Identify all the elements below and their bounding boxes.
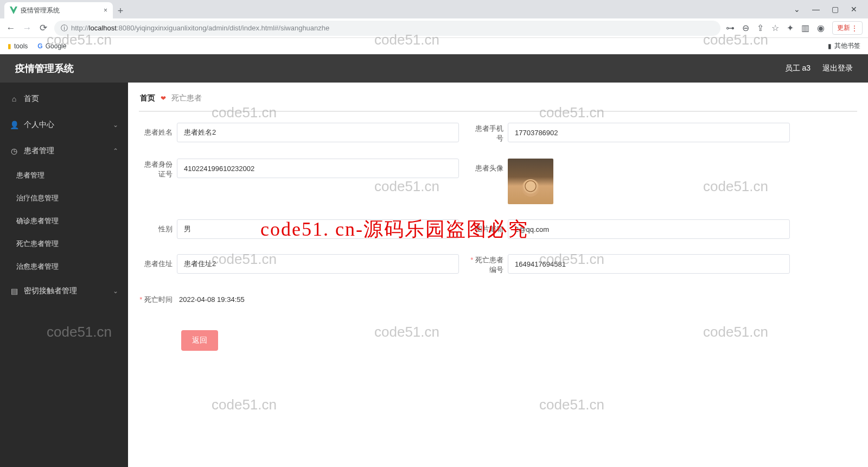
breadcrumb: 首页 ❤ 死亡患者 [139, 91, 857, 112]
avatar-image [508, 159, 553, 204]
zoom-icon[interactable]: ⊖ [742, 23, 749, 33]
label-ext: 图片邮箱 [470, 219, 508, 239]
window-minimize-icon[interactable]: — [812, 5, 820, 14]
sidebar-item-confirmed[interactable]: 确诊患者管理 [0, 210, 128, 232]
tab-title: 疫情管理系统 [21, 6, 60, 15]
url-text: http://localhost:8080/yiqingxinxiguanlix… [71, 24, 329, 32]
window-caret-icon[interactable]: ⌄ [794, 5, 800, 14]
key-icon[interactable]: ⊶ [726, 23, 735, 33]
forward-button[interactable]: → [22, 23, 33, 34]
input-dead-id[interactable] [508, 254, 790, 274]
star-icon[interactable]: ☆ [771, 23, 779, 33]
clock-icon: ◷ [10, 147, 18, 155]
label-gender: 性别 [139, 219, 177, 239]
chevron-down-icon: ⌄ [113, 287, 118, 295]
input-phone[interactable] [508, 123, 790, 142]
home-icon: ⌂ [10, 94, 18, 103]
share-icon[interactable]: ⇪ [757, 23, 764, 33]
label-phone: 患者手机号 [470, 123, 508, 143]
back-button[interactable]: 返回 [181, 330, 218, 351]
sidebar-item-patient[interactable]: 患者管理 [0, 164, 128, 187]
breadcrumb-home[interactable]: 首页 [140, 93, 155, 103]
heart-icon: ❤ [161, 94, 166, 102]
info-icon: ⓘ [61, 23, 68, 33]
logout-link[interactable]: 退出登录 [822, 64, 853, 73]
bookmark-google[interactable]: GGoogle [37, 42, 66, 50]
back-button[interactable]: ← [5, 23, 16, 34]
sidebar-item-personal[interactable]: 👤 个人中心 ⌄ [0, 112, 128, 138]
new-tab-button[interactable]: + [113, 3, 128, 18]
update-button[interactable]: 更新 ⋮ [832, 21, 863, 35]
bookmark-tools[interactable]: ▮tools [8, 42, 28, 50]
label-id: 患者身份证号 [139, 159, 177, 179]
user-icon: 👤 [10, 121, 18, 129]
window-close-icon[interactable]: ✕ [851, 5, 857, 14]
breadcrumb-current: 死亡患者 [171, 93, 202, 103]
sidebar-label: 密切接触者管理 [24, 286, 77, 296]
label-dead-id: 死亡患者编号 [470, 254, 508, 275]
reload-button[interactable]: ⟳ [38, 22, 49, 34]
label-avatar: 患者头像 [470, 159, 508, 178]
label-dead-time: 死亡时间 [139, 290, 177, 310]
app-title: 疫情管理系统 [15, 62, 74, 75]
close-tab-icon[interactable]: × [104, 7, 107, 14]
extensions-icon[interactable]: ✦ [787, 23, 794, 33]
window-maximize-icon[interactable]: ▢ [832, 5, 839, 14]
sidebar-item-dead[interactable]: 死亡患者管理 [0, 232, 128, 255]
sidebar-label: 首页 [24, 94, 39, 104]
sidebar-label: 患者管理 [24, 146, 54, 156]
profile-icon[interactable]: ◉ [817, 23, 825, 33]
header-user[interactable]: 员工 a3 [785, 64, 810, 73]
input-gender[interactable] [177, 219, 459, 239]
bookmark-other[interactable]: ▮其他书签 [828, 41, 860, 51]
sidebar-label: 个人中心 [24, 120, 54, 130]
address-bar[interactable]: ⓘ http://localhost:8080/yiqingxinxiguanl… [54, 21, 720, 36]
sidebar-item-contact[interactable]: ▤ 密切接触者管理 ⌄ [0, 278, 128, 304]
label-address: 患者住址 [139, 254, 177, 274]
sidebar-item-cured[interactable]: 治愈患者管理 [0, 255, 128, 278]
input-name[interactable] [177, 123, 459, 142]
text-dead-time: 2022-04-08 19:34:55 [177, 290, 459, 310]
sidebar-item-patient-mgmt[interactable]: ◷ 患者管理 ⌃ [0, 138, 128, 164]
app-header: 疫情管理系统 员工 a3 退出登录 [0, 54, 868, 83]
sidebar-item-home[interactable]: ⌂ 首页 [0, 86, 128, 112]
input-ext[interactable] [508, 219, 790, 239]
sidebar-item-treatment[interactable]: 治疗信息管理 [0, 187, 128, 210]
chevron-up-icon: ⌃ [113, 147, 118, 155]
vue-icon [10, 7, 17, 14]
chevron-down-icon: ⌄ [113, 121, 118, 129]
label-name: 患者姓名 [139, 123, 177, 142]
side-panel-icon[interactable]: ▥ [801, 23, 809, 33]
sidebar: ⌂ 首页 👤 个人中心 ⌄ ◷ 患者管理 ⌃ 患者管理 治疗信息管理 确诊患者管… [0, 83, 128, 467]
input-address[interactable] [177, 254, 459, 274]
input-id[interactable] [177, 159, 459, 178]
browser-tab[interactable]: 疫情管理系统 × [4, 2, 113, 18]
list-icon: ▤ [10, 287, 18, 295]
